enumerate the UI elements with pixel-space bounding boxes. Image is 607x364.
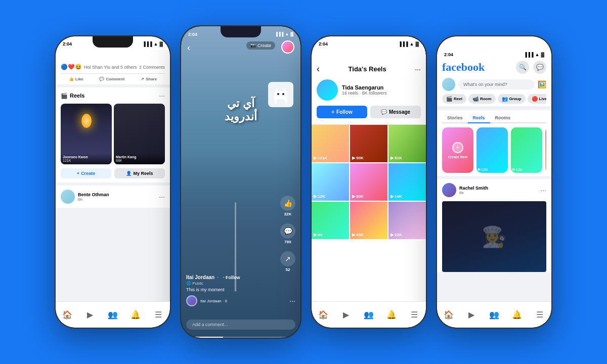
story-bg-3: [545, 127, 546, 173]
wifi-4: ▲: [535, 52, 540, 57]
reel-username: Itai Jordaan ● · Follow: [186, 275, 275, 280]
profile-name: Tida Saengarun: [342, 84, 387, 90]
nav-people-4[interactable]: 👥: [488, 309, 500, 321]
comment-button[interactable]: 💬 Comment: [99, 77, 124, 81]
story-card-3[interactable]: ▶ 12k: [545, 127, 546, 173]
reel-thumb-1[interactable]: Joonseo Kwon 121K: [61, 104, 112, 164]
grid-item-9[interactable]: ▶ 22K: [388, 202, 426, 239]
post-more-options-4[interactable]: ···: [540, 186, 546, 194]
story-card-2[interactable]: ▶ 12M: [511, 127, 542, 173]
reaction-row: 🔵❤️😆 Hoi Shan Yiu and 5 others 2 Comment…: [61, 64, 165, 70]
reel-caption: This is my moment: [186, 287, 275, 292]
grid-item-2[interactable]: ▶ 90K: [350, 125, 387, 162]
post-video-thumb[interactable]: 👩‍🍳: [442, 201, 546, 272]
nav-people-3[interactable]: 👥: [363, 309, 375, 321]
story-card-1[interactable]: ▶ 12M: [476, 127, 508, 173]
wifi-3: ▲: [410, 41, 414, 47]
search-button[interactable]: 🔍: [516, 61, 529, 74]
nav-menu[interactable]: ☰: [152, 309, 164, 321]
comment-count: 780: [284, 240, 291, 244]
nav-notifications[interactable]: 🔔: [129, 309, 142, 321]
group-chip[interactable]: 👥 Group: [498, 94, 526, 104]
grid-item-6[interactable]: ▶ 14K: [388, 163, 426, 201]
profile-nav: ‹ Tida's Reels ···: [317, 64, 421, 74]
comment-action[interactable]: 💬 780: [280, 223, 295, 244]
person-icon: 👤: [126, 171, 132, 176]
profile-more-options[interactable]: ···: [415, 65, 421, 73]
reels-more-options[interactable]: ···: [159, 92, 165, 100]
tab-reels[interactable]: Reels: [468, 113, 490, 123]
tab-stories[interactable]: Stories: [442, 113, 468, 122]
nav-notifications-3[interactable]: 🔔: [385, 309, 398, 321]
phone3-screen: 2:04 ▐▐▐ ▲ ▓ ‹ Tida's Reels ··· Tida Sae: [312, 36, 426, 328]
reel-chip[interactable]: 🎬 Reel: [442, 94, 466, 104]
svg-point-3: [277, 93, 279, 95]
notch-3: [349, 36, 389, 48]
wifi-icon-2: ▲: [285, 32, 289, 36]
bottom-nav-3: 🏠 ▶ 👥 🔔 ☰: [312, 301, 426, 328]
phone1-screen: 2:04 ▐▐▐ ▲ ▓ 🔵❤️😆 Hoi Shan Yiu and 5 oth…: [56, 36, 170, 328]
user-avatar-4: [442, 78, 455, 91]
grid-item-7[interactable]: ▶ 8K: [312, 202, 349, 239]
fb-header-icons: 🔍 💬: [516, 61, 546, 74]
follow-button[interactable]: · Follow: [223, 275, 240, 280]
follow-button-3[interactable]: + Follow: [317, 106, 367, 118]
nav-notifications-4[interactable]: 🔔: [511, 309, 523, 321]
create-button[interactable]: 📷 Create: [246, 41, 275, 50]
create-reel-card[interactable]: + Create Reel: [442, 127, 473, 173]
grid-item-8[interactable]: ▶ 45K: [350, 202, 387, 239]
nav-home-3[interactable]: 🏠: [317, 309, 329, 321]
music-options[interactable]: ···: [289, 297, 295, 305]
room-chip[interactable]: 📹 Room: [468, 94, 496, 104]
grid-item-5[interactable]: ▶ 80K: [350, 163, 387, 201]
battery-3: ▓: [415, 41, 419, 47]
views-2: ▶ 90K: [352, 156, 364, 160]
message-button-3[interactable]: 💬 Message: [370, 106, 421, 118]
comment-bar[interactable]: Add a comment...: [186, 320, 295, 330]
nav-menu-3[interactable]: ☰: [408, 309, 420, 321]
nav-video-4[interactable]: ▶: [465, 309, 478, 321]
grid-item-4[interactable]: ▶ 12K: [312, 163, 349, 201]
back-button[interactable]: ‹: [187, 42, 190, 53]
messenger-button[interactable]: 💬: [533, 61, 546, 74]
profile-details: Tida Saengarun 16 reels · 6K followers: [342, 84, 387, 96]
nav-video-3[interactable]: ▶: [340, 309, 352, 321]
tab-rooms[interactable]: Rooms: [490, 113, 516, 122]
user-avatar-top[interactable]: [281, 40, 294, 54]
profile-stats: 16 reels · 6K followers: [342, 90, 387, 96]
phone2-screen: 2:04 ▐▐▐ ▲ ▓ ‹ 📷 Create آي تي أندرويد: [181, 26, 300, 338]
reel-thumb-2[interactable]: Martin Kang 88K: [114, 104, 165, 164]
like-action[interactable]: 👍 22K: [280, 196, 295, 216]
nav-video[interactable]: ▶: [84, 309, 96, 321]
action-row: 👍 Like 💬 Comment ↗ Share: [61, 73, 165, 81]
share-icon: ↗: [280, 251, 295, 266]
nav-home-4[interactable]: 🏠: [443, 309, 455, 321]
grid-item-1[interactable]: ▶ 121K: [312, 125, 349, 162]
nav-home[interactable]: 🏠: [61, 309, 73, 321]
nav-people[interactable]: 👥: [107, 309, 119, 321]
signal-icons-3: ▐▐▐ ▲ ▓: [398, 41, 419, 47]
share-action[interactable]: ↗ 52: [280, 251, 295, 272]
grid-item-3[interactable]: ▶ 81K: [388, 125, 426, 162]
bottom-nav-4: 🏠 ▶ 👥 🔔 ☰: [437, 301, 551, 328]
music-name: Itai Jordaan · 0: [200, 299, 286, 303]
live-chip-icon: 🔴: [532, 96, 538, 102]
create-plus-icon: +: [452, 142, 463, 153]
bottom-nav-1: 🏠 ▶ 👥 🔔 ☰: [56, 301, 170, 328]
live-chip[interactable]: 🔴 Live: [528, 94, 546, 104]
share-button[interactable]: ↗ Share: [141, 77, 157, 81]
what-on-mind-input[interactable]: What's on your mind?: [458, 79, 535, 89]
android-icon: [268, 82, 293, 107]
my-reels-button[interactable]: 👤 My Reels: [114, 168, 165, 178]
create-reel-button[interactable]: + Create: [61, 168, 111, 178]
back-button-3[interactable]: ‹: [317, 64, 320, 74]
like-button[interactable]: 👍 Like: [69, 77, 83, 81]
reel-name-1: Joonseo Kwon: [63, 155, 110, 159]
photo-icon[interactable]: 🖼️: [538, 80, 546, 88]
fb-header-top: facebook 🔍 💬: [442, 61, 546, 74]
music-bar: Itai Jordaan · 0 ···: [186, 295, 295, 306]
reel-views-2: 88K: [116, 159, 163, 162]
nav-menu-4[interactable]: ☰: [534, 309, 546, 321]
post-dots[interactable]: ···: [159, 193, 165, 201]
post-time: 6h: [78, 197, 156, 202]
